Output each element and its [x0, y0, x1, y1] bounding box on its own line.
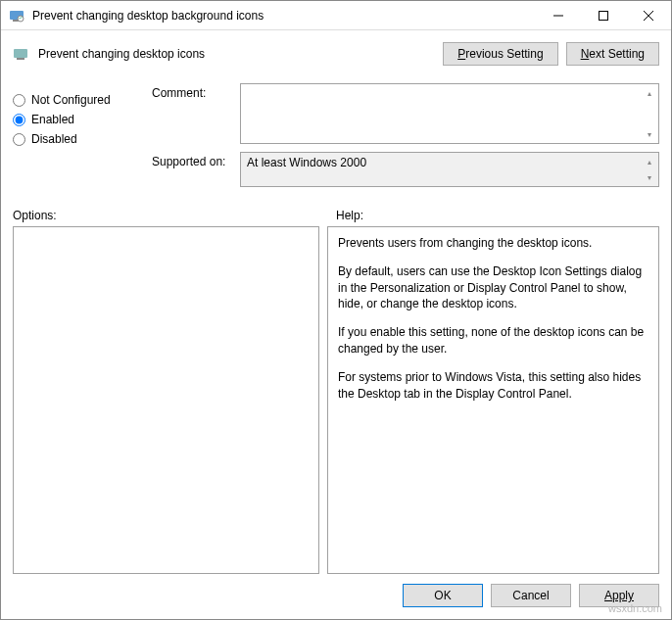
help-text: For systems prior to Windows Vista, this…	[338, 369, 648, 403]
help-text: By default, users can use the Desktop Ic…	[338, 263, 648, 312]
policy-subtitle: Prevent changing desktop icons	[38, 47, 443, 61]
next-setting-button[interactable]: Next Setting	[566, 42, 659, 66]
radio-enabled[interactable]: Enabled	[13, 113, 140, 126]
svg-rect-4	[600, 11, 608, 20]
cancel-button[interactable]: Cancel	[491, 584, 571, 607]
policy-icon	[13, 45, 30, 63]
radio-not-configured[interactable]: Not Configured	[13, 93, 140, 107]
help-label: Help:	[336, 209, 363, 222]
ok-button[interactable]: OK	[403, 584, 483, 607]
previous-setting-button[interactable]: Previous Setting	[443, 42, 557, 66]
scroll-up-icon[interactable]: ▴	[642, 154, 657, 169]
supported-on-box: At least Windows 2000 ▴ ▾	[240, 152, 659, 187]
comment-label: Comment:	[152, 83, 240, 144]
state-radio-group: Not Configured Enabled Disabled	[13, 83, 140, 195]
app-icon	[9, 8, 24, 24]
minimize-button[interactable]	[536, 1, 581, 30]
comment-input[interactable]: ▴ ▾	[240, 83, 659, 144]
titlebar: Prevent changing desktop background icon…	[1, 1, 671, 30]
watermark: wsxdn.com	[608, 602, 662, 614]
scroll-up-icon[interactable]: ▴	[642, 85, 657, 101]
supported-label: Supported on:	[152, 152, 240, 187]
close-button[interactable]	[626, 1, 671, 30]
options-label: Options:	[13, 209, 336, 222]
svg-rect-8	[17, 58, 24, 60]
help-text: If you enable this setting, none of the …	[338, 324, 648, 358]
help-text: Prevents users from changing the desktop…	[338, 235, 648, 252]
help-panel: Prevents users from changing the desktop…	[327, 226, 659, 574]
scroll-down-icon[interactable]: ▾	[642, 169, 657, 185]
options-panel	[13, 226, 319, 574]
radio-disabled[interactable]: Disabled	[13, 132, 140, 146]
svg-rect-7	[14, 49, 27, 58]
window-title: Prevent changing desktop background icon…	[32, 9, 536, 23]
maximize-button[interactable]	[581, 1, 626, 30]
scroll-down-icon[interactable]: ▾	[642, 126, 657, 142]
